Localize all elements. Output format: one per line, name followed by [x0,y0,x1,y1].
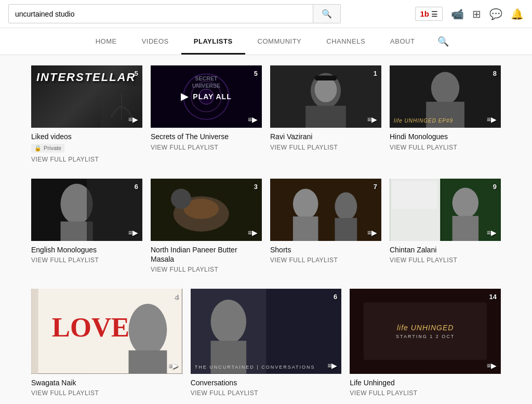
playlist-row-3: LOVE 4 ≡▶ Swagata Naik VIEW FULL PLAYLIS… [31,289,501,397]
thumbnail-chintan[interactable]: 9 ≡▶ [390,179,501,241]
playlist-title-secrets: Secrets of The Universe [151,132,262,141]
playlist-title-english: English Monologues [31,245,142,254]
view-playlist-chintan[interactable]: VIEW FULL PLAYLIST [390,257,501,264]
thumbnail-liked-videos[interactable]: INTERSTELLAR 5 ≡▶ [31,65,142,128]
nav-search-icon[interactable]: 🔍 [437,36,449,47]
svg-point-42 [210,300,246,343]
thumbnail-conversations[interactable]: THE UNCURTAINED | CONVERSATIONS 6 ≡▶ [191,289,342,374]
svg-rect-34 [392,181,436,208]
playlist-title-conversations: Conversations [191,378,342,387]
private-label: Private [44,145,61,151]
thumbnail-swagata[interactable]: LOVE 4 ≡▶ [31,289,182,373]
count-ravi: 1 [374,70,377,77]
view-playlist-shorts[interactable]: VIEW FULL PLAYLIST [270,257,381,264]
tab-channels[interactable]: CHANNELS [314,28,378,55]
view-playlist-conversations[interactable]: VIEW FULL PLAYLIST [191,389,342,397]
svg-rect-12 [315,75,337,80]
thumbnail-life-unhinged[interactable]: life UNHINGED STARTING 1 2 OCT 14 ≡▶ [350,289,501,373]
count-chintan: 9 [493,183,497,191]
search-button[interactable]: 🔍 [313,5,340,23]
playlist-title-shorts: Shorts [270,245,381,254]
chat-icon[interactable]: 💬 [489,8,502,20]
queue-icon-conversations: ≡▶ [327,361,337,370]
playlist-secrets-universe: SECRET UNIVERSE ▶ PLAY ALL 5 ≡▶ Secrets … [151,65,262,163]
private-badge-liked: 🔒 Private [31,144,64,153]
playlists-content: INTERSTELLAR 5 ≡▶ Liked videos 🔒 Private… [0,55,532,404]
playlist-paneer: 3 ≡▶ North Indian Paneer Butter Masala V… [151,179,262,274]
tab-home[interactable]: HOME [83,28,129,55]
svg-point-25 [293,188,318,219]
play-triangle-icon: ▶ [181,91,189,102]
thumbnail-english[interactable]: 6 ≡▶ [31,179,142,241]
svg-point-38 [129,304,167,356]
tab-playlists[interactable]: PLAYLISTS [181,28,245,55]
playlist-title-liked: Liked videos [31,132,142,141]
tab-about[interactable]: ABOUT [378,28,427,55]
play-all-overlay[interactable]: ▶ PLAY ALL [151,65,262,128]
playlist-shorts: 7 ≡▶ Shorts VIEW FULL PLAYLIST [270,179,381,274]
playlist-title-paneer: North Indian Paneer Butter Masala [151,245,262,264]
play-all-label: PLAY ALL [193,92,231,101]
queue-icon-chintan: ≡▶ [487,228,497,237]
playlist-row-2: 6 ≡▶ English Monologues VIEW FULL PLAYLI… [31,179,501,274]
queue-icon-swagata: ≡▶ [168,361,178,370]
playlist-title-ravi: Ravi Vazirani [270,132,381,141]
svg-text:LOVE: LOVE [52,313,129,343]
playlist-life-unhinged: life UNHINGED STARTING 1 2 OCT 14 ≡▶ Lif… [350,289,501,397]
tab-videos[interactable]: VIDEOS [129,28,181,55]
nav-tabs: HOME VIDEOS PLAYLISTS COMMUNITY CHANNELS… [0,28,532,55]
queue-icon-english: ≡▶ [128,228,138,237]
search-container: 🔍 [8,4,341,23]
playlist-english-monologues: 6 ≡▶ English Monologues VIEW FULL PLAYLI… [31,179,142,274]
search-input[interactable] [9,5,313,23]
view-playlist-hindi[interactable]: VIEW FULL PLAYLIST [390,144,501,151]
view-playlist-ravi[interactable]: VIEW FULL PLAYLIST [270,144,381,151]
playlist-title-hindi: Hindi Monologues [390,132,501,141]
menu-icon: ☰ [431,10,438,18]
thumbnail-secrets[interactable]: SECRET UNIVERSE ▶ PLAY ALL 5 ≡▶ [151,65,262,128]
playlist-liked-videos: INTERSTELLAR 5 ≡▶ Liked videos 🔒 Private… [31,65,142,163]
svg-rect-33 [453,216,478,241]
svg-rect-37 [31,289,38,373]
account-button[interactable]: 1b ☰ [415,7,443,21]
playlist-title-life-unhinged: Life Unhinged [350,378,501,387]
playlist-conversations: THE UNCURTAINED | CONVERSATIONS 6 ≡▶ Con… [191,289,342,397]
view-playlist-paneer[interactable]: VIEW FULL PLAYLIST [151,266,262,273]
playlist-chintan: 9 ≡▶ Chintan Zalani VIEW FULL PLAYLIST [390,179,501,274]
thumbnail-ravi[interactable]: 1 ≡▶ [270,65,381,128]
view-playlist-english[interactable]: VIEW FULL PLAYLIST [31,257,142,264]
queue-icon-shorts: ≡▶ [367,228,377,237]
svg-rect-39 [129,351,167,374]
queue-icon-hindi: ≡▶ [487,115,497,124]
account-number: 1b [420,9,429,18]
thumbnail-paneer[interactable]: 3 ≡▶ [151,179,262,241]
queue-icon-life-unhinged: ≡▶ [487,361,497,370]
upload-icon[interactable]: 📹 [451,8,464,20]
playlist-title-swagata: Swagata Naik [31,378,182,387]
playlist-row-1: INTERSTELLAR 5 ≡▶ Liked videos 🔒 Private… [31,65,501,163]
queue-icon-ravi: ≡▶ [367,115,377,124]
thumbnail-shorts[interactable]: 7 ≡▶ [270,179,381,241]
svg-point-14 [431,72,459,104]
count-hindi: 8 [493,70,497,77]
playlist-swagata: LOVE 4 ≡▶ Swagata Naik VIEW FULL PLAYLIS… [31,289,182,397]
svg-point-11 [315,77,337,102]
view-playlist-secrets[interactable]: VIEW FULL PLAYLIST [151,144,262,151]
view-playlist-swagata[interactable]: VIEW FULL PLAYLIST [31,389,182,397]
topbar-icons: 1b ☰ 📹 ⊞ 💬 🔔 [415,7,524,21]
view-playlist-life-unhinged[interactable]: VIEW FULL PLAYLIST [350,389,501,397]
svg-point-32 [453,187,478,218]
count-shorts: 7 [374,183,377,191]
count-liked: 5 [135,70,138,77]
grid-icon[interactable]: ⊞ [472,8,481,20]
count-swagata: 4 [174,293,178,301]
tab-community[interactable]: COMMUNITY [245,28,314,55]
view-playlist-liked[interactable]: VIEW FULL PLAYLIST [31,156,142,163]
thumbnail-hindi[interactable]: life UNHINGED EP#9 8 ≡▶ [390,65,501,128]
bell-icon[interactable]: 🔔 [511,8,524,20]
count-secrets: 5 [254,70,258,77]
lock-icon: 🔒 [34,145,42,152]
svg-rect-24 [270,179,381,241]
playlist-ravi-vazirani: 1 ≡▶ Ravi Vazirani VIEW FULL PLAYLIST [270,65,381,163]
queue-icon-secrets: ≡▶ [248,115,258,124]
